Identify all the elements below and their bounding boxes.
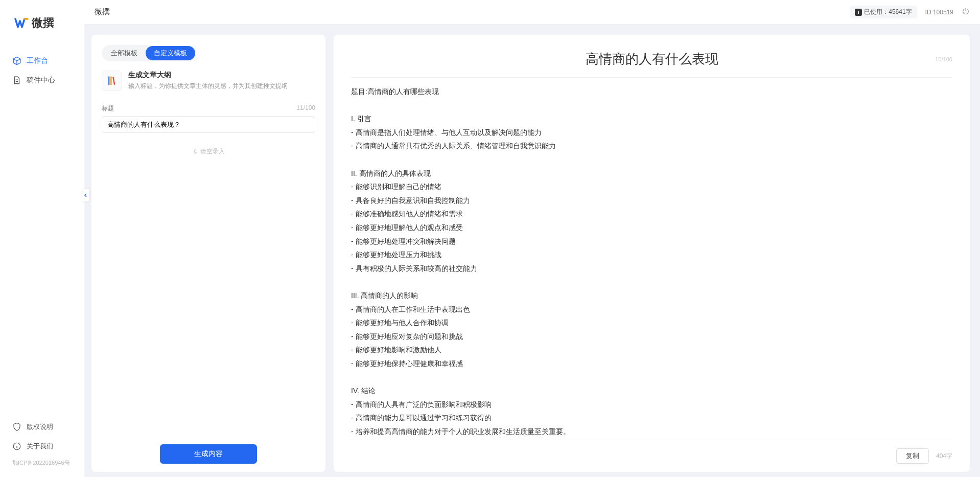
title-label: 标题 [102, 104, 114, 113]
tab-custom-templates[interactable]: 自定义模板 [146, 46, 195, 60]
nav-item-workbench[interactable]: 工作台 [0, 51, 84, 71]
usage-text: 已使用：45641字 [864, 8, 912, 16]
nav-label: 工作台 [27, 56, 48, 65]
title-input[interactable] [102, 116, 315, 133]
template-tabs: 全部模板 自定义模板 [102, 45, 196, 61]
topbar-title: 微撰 [95, 7, 842, 17]
nav-item-docs[interactable]: 稿件中心 [0, 71, 84, 90]
template-desc: 输入标题，为你提供文章主体的灵感，并为其创建推文提纲 [128, 82, 288, 90]
cube-icon [12, 56, 21, 65]
generate-button[interactable]: 生成内容 [160, 444, 257, 464]
collapse-handle[interactable] [82, 189, 89, 201]
nav-item-about[interactable]: 关于我们 [0, 437, 84, 456]
icp-text: 鄂ICP备2022016946号 [0, 456, 84, 472]
sidebar: 微撰 工作台 稿件中心 版权说明 关于我们 鄂ICP备2022016946号 [0, 0, 84, 477]
title-char-count: 11/100 [296, 104, 315, 113]
nav-bottom: 版权说明 关于我们 鄂ICP备2022016946号 [0, 417, 84, 477]
main: 微撰 T 已使用：45641字 ID:100519 全部模板 自定义模板 [84, 0, 980, 477]
preview-header: 高情商的人有什么表现 10/100 [351, 45, 952, 77]
mic-icon [192, 149, 198, 155]
topbar: 微撰 T 已使用：45641字 ID:100519 [84, 0, 980, 25]
power-icon[interactable] [962, 7, 970, 17]
preview-top-count: 10/100 [935, 56, 952, 62]
document-icon [12, 76, 21, 85]
nav-item-copyright[interactable]: 版权说明 [0, 417, 84, 437]
workspace: 全部模板 自定义模板 生成文章大纲 输入标题，为你提供文章主体的灵感，并为其创建… [84, 25, 980, 477]
nav-label: 稿件中心 [27, 76, 55, 85]
logo-text: 微撰 [32, 15, 54, 31]
svg-rect-1 [195, 149, 196, 152]
chevron-left-icon [83, 193, 88, 198]
preview-body: 题目:高情商的人有哪些表现 I. 引言 - 高情商是指人们处理情绪、与他人互动以… [351, 77, 952, 440]
preview-panel: 高情商的人有什么表现 10/100 题目:高情商的人有哪些表现 I. 引言 - … [334, 35, 970, 472]
user-id: ID:100519 [925, 9, 953, 16]
config-panel: 全部模板 自定义模板 生成文章大纲 输入标题，为你提供文章主体的灵感，并为其创建… [91, 35, 325, 472]
voice-hint-text: 请空录入 [200, 147, 225, 156]
nav-list: 工作台 稿件中心 [0, 51, 84, 417]
nav-label: 关于我们 [27, 442, 53, 451]
template-icon [102, 71, 122, 91]
tab-all-templates[interactable]: 全部模板 [103, 46, 146, 60]
template-title: 生成文章大纲 [128, 71, 288, 80]
preview-footer: 复制 404字 [351, 440, 952, 464]
logo: 微撰 [0, 0, 84, 51]
usage-badge: T 已使用：45641字 [850, 6, 917, 18]
char-count: 404字 [936, 452, 952, 461]
preview-title: 高情商的人有什么表现 [351, 50, 952, 68]
logo-icon [14, 17, 29, 29]
title-form-row: 标题 11/100 [102, 104, 315, 133]
text-count-icon: T [855, 9, 862, 16]
shield-icon [12, 422, 21, 431]
nav-label: 版权说明 [27, 422, 53, 431]
info-icon [12, 442, 21, 451]
voice-input-hint[interactable]: 请空录入 [102, 147, 315, 156]
template-card: 生成文章大纲 输入标题，为你提供文章主体的灵感，并为其创建推文提纲 [102, 71, 315, 91]
copy-button[interactable]: 复制 [896, 448, 929, 464]
